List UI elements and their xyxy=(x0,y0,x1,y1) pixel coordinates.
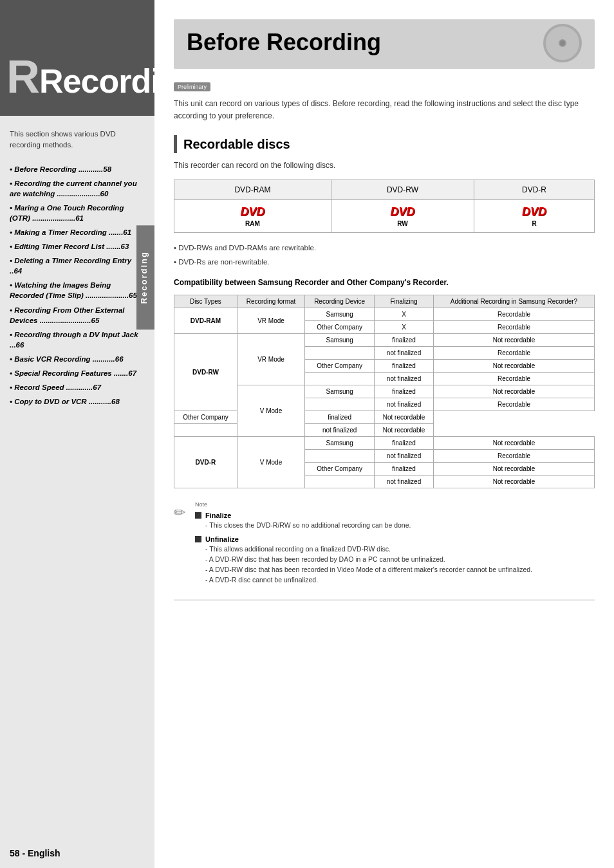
device-samsung-rw2 xyxy=(305,346,375,359)
bullet-non-rewritable: DVD-Rs are non-rewritable. xyxy=(174,257,595,268)
disc-type-col-dvdr: DVD-R xyxy=(474,180,595,200)
before-recording-header: Before Recording xyxy=(174,19,595,69)
toc-item-4: Making a Timer Recording .......61 xyxy=(10,227,145,237)
pencil-icon: ✏ xyxy=(174,504,185,521)
note-label: Note xyxy=(195,501,595,508)
device-samsung-rw1: Samsung xyxy=(305,333,375,346)
format-vr-rw: VR Mode xyxy=(237,333,304,385)
disc-dvdram: DVD-RAM xyxy=(174,308,237,333)
table-row: DVD-RW VR Mode Samsung finalized Not rec… xyxy=(174,333,595,346)
col-additional: Additional Recording in Samsung Recorder… xyxy=(433,295,594,308)
finalize-x2: X xyxy=(375,320,434,333)
intro-text: This unit can record on various types of… xyxy=(174,98,595,122)
toc-list: Before Recording ............58 Recordin… xyxy=(10,164,145,407)
device-other-rw2 xyxy=(305,372,375,385)
recordable-intro: This recorder can record on the followin… xyxy=(174,161,595,170)
disc-logo-ram: DVD RAM xyxy=(174,200,331,233)
col-disc-types: Disc Types xyxy=(174,295,237,308)
left-panel: RRecording This section shows various DV… xyxy=(0,0,154,868)
additional-vmode4: Not recordable xyxy=(375,423,434,436)
section-description: This section shows various DVD recording… xyxy=(10,129,145,151)
unfinalize-title: Unfinalize xyxy=(205,535,239,543)
page-number: 58 - English xyxy=(10,848,60,858)
device-samsung-vmode1: Samsung xyxy=(305,385,375,398)
bullet-icon-2 xyxy=(195,536,201,542)
device-samsung: Samsung xyxy=(305,308,375,320)
format-v-rw: V Mode xyxy=(237,385,304,436)
device-samsung-r1: Samsung xyxy=(305,436,375,449)
toc-item-5: Editing Timer Record List .......63 xyxy=(10,241,145,252)
unfinalize-desc3: - A DVD-RW disc that has been recorded i… xyxy=(195,565,595,575)
toc-item-12: Record Speed .............67 xyxy=(10,382,145,392)
device-other-vmode2 xyxy=(174,423,237,436)
device-other-rw1: Other Company xyxy=(305,359,375,372)
finalize-vmode1: finalized xyxy=(375,385,434,398)
finalize-desc: - This closes the DVD-R/RW so no additio… xyxy=(195,521,595,531)
header-banner: RRecording xyxy=(0,0,154,116)
table-row: DVD-RAM VR Mode Samsung X Recordable xyxy=(174,308,595,320)
disc-type-col-dvdrw: DVD-RW xyxy=(331,180,474,200)
bullet-rewritable: DVD-RWs and DVD-RAMs are rewritable. xyxy=(174,243,595,254)
unfinalize-desc4: - A DVD-R disc cannot be unfinalized. xyxy=(195,575,595,586)
format-v-r: V Mode xyxy=(237,436,304,488)
compat-table: Disc Types Recording format Recording De… xyxy=(174,295,595,488)
device-samsung-r2 xyxy=(305,449,375,462)
device-samsung-vmode2 xyxy=(305,398,375,411)
finalize-vmode4: not finalized xyxy=(305,423,375,436)
unfinalize-desc2: - A DVD-RW disc that has been recorded b… xyxy=(195,555,595,565)
additional-r3: Not recordable xyxy=(433,462,594,475)
finalize-rw4: not finalized xyxy=(375,372,434,385)
additional-recordable1: Recordable xyxy=(433,308,594,320)
toc-item-11: Special Recording Features .......67 xyxy=(10,368,145,378)
finalize-rw3: finalized xyxy=(375,359,434,372)
disc-logo-rw: DVD RW xyxy=(331,200,474,233)
additional-vmode2: Recordable xyxy=(433,398,594,411)
additional-recordable2: Recordable xyxy=(433,320,594,333)
device-other-r1: Other Company xyxy=(305,462,375,475)
additional-rw2: Recordable xyxy=(433,346,594,359)
toc-item-1: Before Recording ............58 xyxy=(10,164,145,174)
additional-vmode1: Not recordable xyxy=(433,385,594,398)
compat-heading: Compatibility between Samsung Recorder a… xyxy=(174,277,595,288)
toc-item-7: Watching the Images Being Recorded (Time… xyxy=(10,280,145,300)
disc-dvdrw: DVD-RW xyxy=(174,333,237,411)
finalize-r3: finalized xyxy=(375,462,434,475)
format-vr: VR Mode xyxy=(237,308,304,333)
device-other-vmode1: Other Company xyxy=(174,411,237,423)
dvd-disc-center xyxy=(559,39,566,47)
col-recording-device: Recording Device xyxy=(305,295,375,308)
disc-logo-r: DVD R xyxy=(474,200,595,233)
additional-rw3: Not recordable xyxy=(433,359,594,372)
toc-item-8: Recording From Other External Devices ..… xyxy=(10,305,145,326)
col-recording-format: Recording format xyxy=(237,295,304,308)
toc-item-6: Deleting a Timer Recording Entry ..64 xyxy=(10,255,145,276)
additional-vmode3: Not recordable xyxy=(375,411,434,423)
right-panel: Before Recording Preliminary This unit c… xyxy=(154,0,614,868)
unfinalize-note: Unfinalize - This allows additional reco… xyxy=(195,535,595,585)
additional-rw4: Recordable xyxy=(433,372,594,385)
table-row: V Mode Samsung finalized Not recordable xyxy=(174,385,595,398)
before-recording-title: Before Recording xyxy=(187,29,582,56)
finalize-title: Finalize xyxy=(205,512,231,519)
finalize-vmode3: finalized xyxy=(305,411,375,423)
disc-dvdr: DVD-R xyxy=(174,436,237,488)
finalize-r4: not finalized xyxy=(375,475,434,488)
additional-rw1: Not recordable xyxy=(433,333,594,346)
rewritable-bullets: DVD-RWs and DVD-RAMs are rewritable. DVD… xyxy=(174,243,595,268)
additional-r4: Not recordable xyxy=(433,475,594,488)
left-body: This section shows various DVD recording… xyxy=(0,116,154,423)
finalize-note: Finalize - This closes the DVD-R/RW so n… xyxy=(195,512,595,531)
toc-item-2: Recording the current channel you are wa… xyxy=(10,178,145,199)
additional-r1: Not recordable xyxy=(433,436,594,449)
disc-type-col-dvdram: DVD-RAM xyxy=(174,180,331,200)
table-row: DVD-R V Mode Samsung finalized Not recor… xyxy=(174,436,595,449)
disc-types-table: DVD-RAM DVD-RW DVD-R DVD RAM DVD RW DVD … xyxy=(174,180,595,233)
finalize-vmode2: not finalized xyxy=(375,398,434,411)
dvd-disc-icon xyxy=(543,24,582,62)
additional-r2: Recordable xyxy=(433,449,594,462)
device-other1: Other Company xyxy=(305,320,375,333)
bullet-icon xyxy=(195,512,201,519)
finalize-r2: not finalized xyxy=(375,449,434,462)
finalize-rw2: not finalized xyxy=(375,346,434,359)
unfinalize-desc1: - This allows additional recording on a … xyxy=(195,544,595,555)
